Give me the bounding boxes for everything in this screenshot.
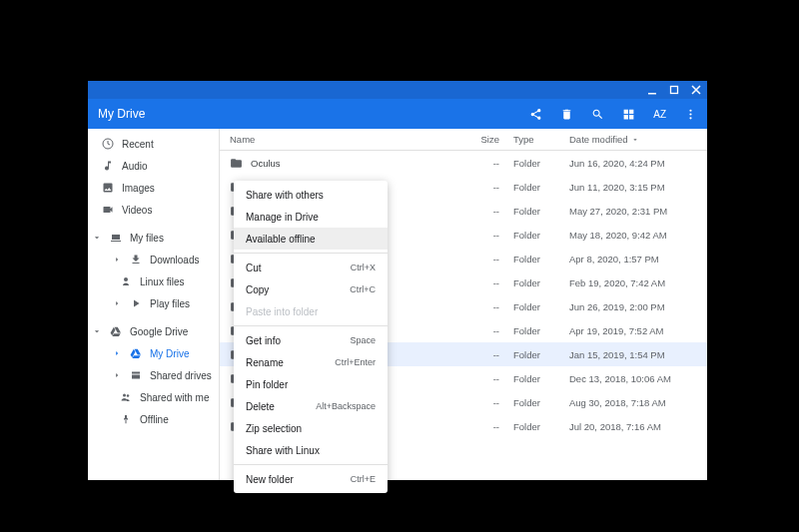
chevron-right-icon: [112, 255, 122, 265]
cell-size: --: [459, 325, 499, 336]
menu-item-label: Available offline: [246, 234, 376, 245]
cell-date: Feb 19, 2020, 7:42 AM: [569, 277, 697, 288]
sidebar-item-sharedwithme[interactable]: Shared with me: [88, 386, 219, 408]
sidebar-item-audio[interactable]: Audio: [88, 155, 219, 177]
sidebar-item-images[interactable]: Images: [88, 177, 219, 199]
search-icon[interactable]: [591, 108, 604, 121]
audio-icon: [102, 160, 114, 172]
menu-item[interactable]: RenameCtrl+Enter: [234, 351, 388, 373]
linux-icon: [120, 275, 132, 287]
sidebar-item-linux[interactable]: Linux files: [88, 270, 219, 292]
cell-size: --: [459, 373, 499, 384]
folder-icon: [230, 157, 243, 170]
more-icon[interactable]: [684, 108, 697, 121]
chevron-down-icon: [92, 326, 102, 336]
menu-item-label: Rename: [246, 357, 335, 368]
menu-item-label: Paste into folder: [246, 306, 376, 317]
cell-name: Oculus: [230, 157, 459, 170]
sort-button[interactable]: AZ: [653, 109, 666, 120]
mydrive-icon: [130, 347, 142, 359]
drive-icon: [110, 325, 122, 337]
svg-point-5: [124, 277, 128, 281]
svg-point-2: [689, 109, 691, 111]
chevron-right-icon: [112, 348, 122, 358]
menu-item: Paste into folder: [234, 300, 388, 322]
sidebar-item-offline[interactable]: Offline: [88, 408, 219, 430]
sidebar-item-myfiles[interactable]: My files: [88, 227, 219, 249]
menu-item[interactable]: Share with Linux: [234, 439, 388, 461]
cell-type: Folder: [499, 158, 569, 169]
menu-separator: [234, 253, 388, 254]
video-icon: [102, 204, 114, 216]
col-date[interactable]: Date modified: [569, 134, 697, 145]
cell-date: Apr 8, 2020, 1:57 PM: [569, 254, 697, 265]
sidebar-item-videos[interactable]: Videos: [88, 199, 219, 221]
sidebar-item-shareddrives[interactable]: Shared drives: [88, 364, 219, 386]
page-title: My Drive: [98, 107, 529, 121]
cell-type: Folder: [499, 301, 569, 312]
minimize-button[interactable]: [647, 81, 657, 99]
image-icon: [102, 182, 114, 194]
cell-size: --: [459, 349, 499, 360]
menu-item[interactable]: CutCtrl+X: [234, 257, 388, 278]
cell-size: --: [459, 277, 499, 288]
svg-point-9: [127, 394, 130, 397]
sidebar-item-mydrive[interactable]: My Drive: [88, 342, 219, 364]
svg-rect-0: [648, 93, 656, 95]
delete-icon[interactable]: [560, 108, 573, 121]
menu-item-shortcut: Ctrl+C: [350, 284, 376, 294]
menu-item-label: Share with Linux: [246, 445, 376, 456]
menu-item-label: Manage in Drive: [246, 212, 376, 223]
chevron-down-icon: [92, 233, 102, 243]
svg-point-4: [689, 117, 691, 119]
view-grid-icon[interactable]: [622, 108, 635, 121]
cell-date: Aug 30, 2018, 7:18 AM: [569, 397, 697, 408]
menu-item-label: Cut: [246, 263, 351, 273]
menu-item[interactable]: Available offline: [234, 228, 388, 250]
table-row[interactable]: Oculus--FolderJun 16, 2020, 4:24 PM: [220, 151, 707, 175]
menu-item-shortcut: Ctrl+E: [351, 474, 376, 484]
cell-type: Folder: [499, 421, 569, 432]
pin-icon: [120, 413, 132, 425]
menu-item-shortcut: Space: [350, 335, 376, 345]
sidebar-item-recent[interactable]: Recent: [88, 133, 219, 155]
cell-size: --: [459, 421, 499, 432]
menu-item[interactable]: CopyCtrl+C: [234, 278, 388, 300]
cell-size: --: [459, 158, 499, 169]
col-size[interactable]: Size: [459, 134, 499, 145]
menu-separator: [234, 325, 388, 326]
menu-item[interactable]: Zip selection: [234, 417, 388, 439]
sidebar-item-downloads[interactable]: Downloads: [88, 249, 219, 270]
context-menu: Share with othersManage in DriveAvailabl…: [234, 181, 388, 493]
menu-item[interactable]: Get infoSpace: [234, 329, 388, 351]
col-type[interactable]: Type: [499, 134, 569, 145]
cell-type: Folder: [499, 325, 569, 336]
menu-item[interactable]: Manage in Drive: [234, 206, 388, 228]
sort-desc-icon: [631, 136, 639, 144]
header-actions: AZ: [529, 108, 697, 121]
maximize-button[interactable]: [669, 81, 679, 99]
share-icon[interactable]: [529, 108, 542, 121]
files-window: My Drive AZ Recent Audio Images Videos M…: [88, 81, 707, 480]
menu-item-label: New folder: [246, 474, 351, 485]
menu-item-label: Delete: [246, 401, 316, 412]
sidebar-item-playfiles[interactable]: Play files: [88, 292, 219, 314]
menu-item-shortcut: Ctrl+Enter: [335, 357, 376, 367]
menu-item[interactable]: Pin folder: [234, 373, 388, 395]
close-button[interactable]: [691, 81, 701, 99]
svg-rect-1: [671, 87, 678, 94]
cell-date: May 18, 2020, 9:42 AM: [569, 230, 697, 241]
menu-item[interactable]: Share with others: [234, 184, 388, 206]
svg-point-8: [123, 394, 126, 397]
clock-icon: [102, 138, 114, 150]
sidebar-item-gdrive[interactable]: Google Drive: [88, 320, 219, 342]
menu-item[interactable]: New folderCtrl+E: [234, 468, 388, 490]
menu-item[interactable]: DeleteAlt+Backspace: [234, 395, 388, 417]
menu-item-label: Zip selection: [246, 423, 376, 434]
menu-item-label: Get info: [246, 335, 350, 346]
cell-date: Dec 13, 2018, 10:06 AM: [569, 373, 697, 384]
cell-size: --: [459, 397, 499, 408]
cell-type: Folder: [499, 254, 569, 265]
col-name[interactable]: Name: [230, 134, 459, 145]
people-icon: [120, 391, 132, 403]
